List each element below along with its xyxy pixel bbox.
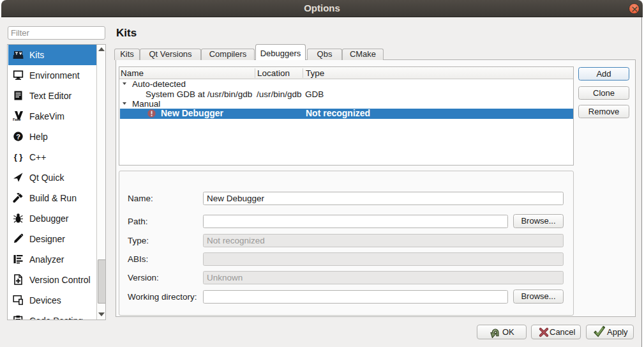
- svg-text:{ }: { }: [14, 152, 23, 162]
- svg-text:?: ?: [16, 133, 20, 141]
- svg-text:Fake: Fake: [13, 118, 21, 121]
